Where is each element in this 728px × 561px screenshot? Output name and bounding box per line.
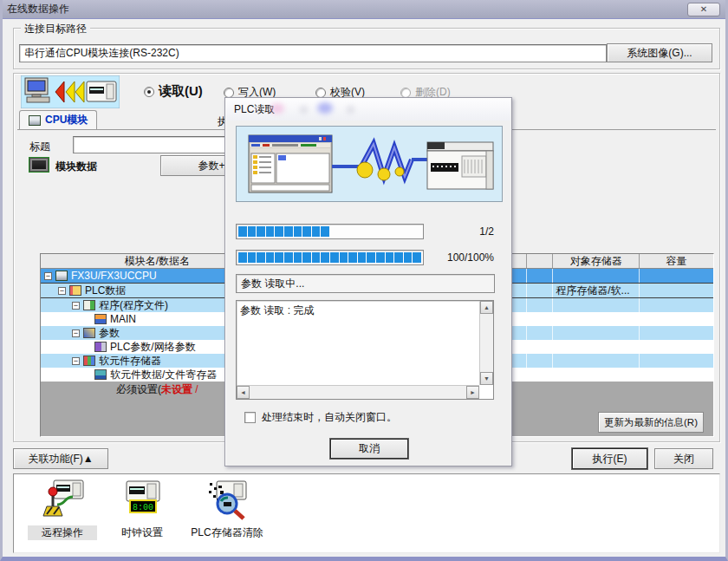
remote-operation-button[interactable]: 远程操作	[28, 478, 97, 540]
radio-read[interactable]: 读取(U)	[144, 83, 203, 100]
radio-read-dot	[144, 87, 154, 97]
radio-verify-dot	[315, 88, 326, 98]
clock-setting-icon: 8:00	[118, 478, 166, 521]
radio-delete-dot	[400, 88, 411, 98]
cpu-module-tab-icon	[29, 115, 41, 126]
clock-setting-button[interactable]: 8:00 时钟设置	[107, 478, 177, 540]
svg-text:8:00: 8:00	[133, 503, 153, 512]
title-label: 标题	[29, 140, 50, 154]
related-functions-button[interactable]: 关联功能(F)▲	[13, 448, 108, 469]
plc-memory-clear-icon	[203, 478, 251, 521]
device-data-icon	[94, 369, 107, 380]
network-parameter-icon	[94, 342, 107, 352]
online-data-operation-window: 在线数据操作 ✕ 连接目标路径 串行通信CPU模块连接(RS-232C) 系统图…	[0, 0, 728, 561]
execute-button[interactable]: 执行(E)	[572, 448, 647, 469]
refresh-info-button[interactable]: 更新为最新的信息(R)	[598, 412, 704, 433]
auto-close-label: 处理结束时，自动关闭窗口。	[262, 410, 397, 425]
censored-mark	[270, 103, 284, 114]
horizontal-scrollbar[interactable]: ◄ ►	[237, 385, 479, 399]
window-title: 在线数据操作	[7, 2, 69, 16]
scroll-left-icon[interactable]: ◄	[237, 386, 250, 399]
program-icon	[83, 300, 95, 310]
clock-setting-label: 时钟设置	[107, 525, 177, 540]
cpu-icon	[55, 271, 68, 281]
not-set-value: 未设置	[161, 383, 192, 395]
window-titlebar[interactable]: 在线数据操作	[0, 0, 728, 19]
log-text: 参数 读取 : 完成	[240, 303, 314, 318]
tree-row-label: 参数	[99, 327, 120, 340]
tree-row-label: PLC参数/网络参数	[110, 341, 196, 354]
pc-to-plc-graphic	[237, 127, 502, 201]
device-memory-icon	[83, 356, 95, 366]
connection-group-label: 连接目标路径	[21, 22, 90, 36]
tab-cpu-module[interactable]: CPU模块	[19, 110, 97, 129]
scroll-right-icon[interactable]: ►	[466, 386, 479, 399]
system-image-button[interactable]: 系统图像(G)...	[607, 43, 712, 62]
tree-row-label: 软元件存储器	[99, 355, 161, 368]
parameter-icon	[83, 328, 95, 338]
censored-mark	[300, 106, 308, 114]
scroll-up-icon[interactable]: ▲	[480, 301, 493, 314]
cancel-button[interactable]: 取消	[330, 439, 408, 459]
plc-memory-clear-button[interactable]: PLC存储器清除	[184, 478, 270, 540]
tree-row-label: MAIN	[110, 313, 136, 326]
radio-read-label: 读取(U)	[159, 83, 203, 100]
status-field: 参数 读取中...	[236, 274, 495, 293]
auto-close-option[interactable]: 处理结束时，自动关闭窗口。	[244, 410, 397, 425]
dialog-titlebar[interactable]: PLC读取	[226, 99, 510, 121]
plc-data-icon	[69, 285, 81, 296]
related-functions-panel: 远程操作 8:00 时钟设置	[13, 473, 720, 553]
log-area[interactable]: 参数 读取 : 完成 ▲ ▼ ◄ ►	[236, 300, 494, 400]
required-setting-note: 必须设置(未设置 /	[116, 382, 198, 397]
plc-memory-clear-label: PLC存储器清除	[184, 525, 270, 540]
remote-operation-label: 远程操作	[28, 525, 97, 540]
plc-read-dialog: PLC读取	[224, 97, 512, 466]
auto-close-checkbox[interactable]	[244, 412, 256, 423]
dialog-title: PLC读取	[234, 102, 275, 117]
tab-cpu-module-label: CPU模块	[45, 113, 88, 127]
scroll-down-icon[interactable]: ▼	[480, 372, 493, 385]
close-icon[interactable]: ✕	[687, 3, 720, 16]
tree-row-label: PLC数据	[85, 284, 126, 297]
expander-icon[interactable]: −	[44, 272, 52, 280]
expander-icon[interactable]: −	[72, 329, 80, 337]
expander-icon[interactable]: −	[58, 287, 66, 295]
total-progress-bar	[236, 250, 424, 265]
tree-row-label: 程序(程序文件)	[99, 299, 168, 312]
tree-row-label: FX3U/FX3UCCPU	[71, 270, 157, 283]
module-data-icon	[29, 158, 49, 172]
file-progress-label: 1/2	[426, 225, 494, 238]
total-progress-label: 100/100%	[426, 251, 494, 264]
vertical-scrollbar[interactable]: ▲ ▼	[479, 301, 493, 385]
connection-path-field[interactable]: 串行通信CPU模块连接(RS-232C)	[19, 44, 607, 62]
tree-row-label: 软元件数据/文件寄存器	[110, 369, 217, 382]
transfer-direction-icon	[21, 75, 120, 108]
col-target-memory: 对象存储器	[553, 254, 640, 268]
expander-icon[interactable]: −	[72, 357, 80, 365]
close-button[interactable]: 关闭	[654, 448, 713, 469]
radio-write-dot	[224, 88, 234, 98]
file-progress-bar	[236, 224, 424, 239]
module-data-label: 模块数据	[55, 160, 97, 174]
col-hidden-narrow	[527, 254, 553, 268]
connection-groupbox: 连接目标路径 串行通信CPU模块连接(RS-232C) 系统图像(G)...	[13, 28, 720, 69]
expander-icon[interactable]: −	[72, 302, 80, 310]
transfer-illustration	[236, 126, 503, 202]
remote-operation-icon	[38, 478, 87, 521]
main-program-icon	[94, 314, 107, 324]
censored-mark	[317, 102, 333, 114]
censored-mark	[347, 106, 354, 114]
col-capacity: 容量	[640, 254, 713, 268]
